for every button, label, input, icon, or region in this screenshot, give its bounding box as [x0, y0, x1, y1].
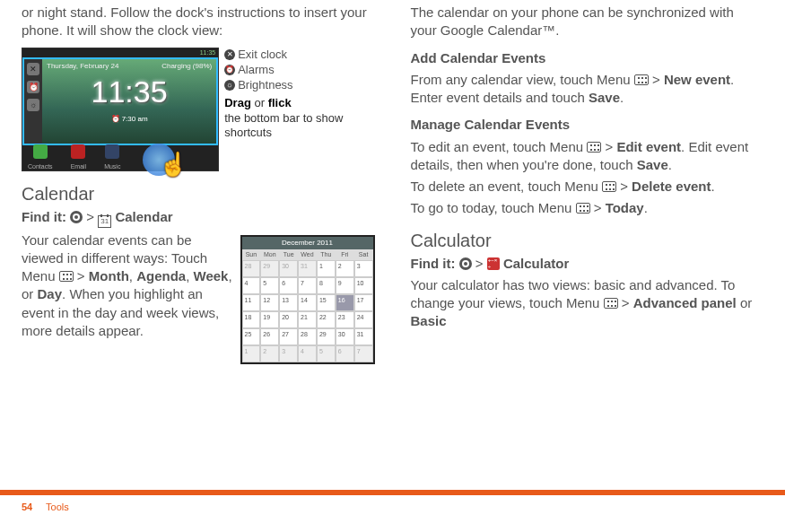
calendar-day-cell: 19: [260, 311, 279, 328]
drag-gesture-icon: ☝: [143, 136, 191, 176]
dow-cell: Sun: [242, 249, 261, 259]
shortcut-contacts[interactable]: Contacts: [28, 144, 53, 170]
menu-icon: [602, 181, 616, 192]
calendar-day-cell: 5: [260, 277, 279, 294]
calendar-day-cell: 2: [260, 345, 279, 362]
menu-icon: [576, 203, 590, 214]
delete-event-text: To delete an event, touch Menu > Delete …: [411, 178, 764, 196]
calendar-day-cell: 30: [336, 328, 354, 345]
calendar-day-cell: 14: [298, 294, 317, 311]
dow-cell: Fri: [336, 249, 354, 259]
intro-text: or night stand. Follow the dock's instru…: [22, 4, 375, 40]
calendar-day-cell: 20: [279, 311, 298, 328]
page-footer: 54 Tools: [0, 490, 785, 514]
dow-cell: Tue: [279, 249, 298, 259]
page-number: 54: [22, 501, 32, 512]
calendar-day-cell: 31: [354, 328, 373, 345]
calendar-day-cell: 5: [317, 345, 336, 362]
calendar-day-cell: 24: [354, 311, 373, 328]
clock-time: 11:35: [42, 72, 216, 113]
calendar-day-cell: 8: [317, 277, 336, 294]
brightness-legend-icon: ☼: [224, 80, 235, 91]
calendar-day-cell: 25: [242, 328, 261, 345]
sync-text: The calendar on your phone can be synchr…: [411, 4, 764, 40]
right-column: The calendar on your phone can be synchr…: [411, 0, 764, 368]
clock-legend: ✕Exit clock ⏰Alarms ☼Brightness Drag or …: [224, 48, 374, 141]
calendar-day-cell: 29: [260, 260, 279, 277]
dow-cell: Sat: [354, 249, 373, 259]
calendar-day-cell: 28: [298, 328, 317, 345]
calendar-day-cell: 15: [317, 294, 336, 311]
shortcut-email[interactable]: Email: [71, 144, 87, 170]
brightness-icon[interactable]: ☼: [27, 99, 39, 111]
menu-icon: [604, 298, 618, 309]
calendar-day-cell: 10: [354, 277, 373, 294]
calendar-day-cell: 7: [298, 277, 317, 294]
calendar-day-cell: 27: [279, 328, 298, 345]
calendar-day-cell: 28: [242, 260, 261, 277]
calendar-day-cell: 6: [279, 277, 298, 294]
calendar-day-cell: 1: [317, 260, 336, 277]
calendar-day-cell: 26: [260, 328, 279, 345]
calculator-heading: Calculator: [411, 229, 764, 253]
calendar-heading: Calendar: [22, 182, 375, 206]
exit-clock-icon[interactable]: ✕: [27, 63, 39, 75]
calendar-day-cell: 30: [279, 260, 298, 277]
calendar-day-cell: 21: [298, 311, 317, 328]
menu-icon: [634, 74, 649, 85]
clock-main: Thursday, February 24 Charging (98%) 11:…: [42, 57, 218, 145]
calendar-day-cell: 29: [317, 328, 336, 345]
calendar-day-cell: 31: [298, 260, 317, 277]
calculator-app-icon: [487, 257, 500, 270]
calendar-day-cell: 12: [260, 294, 279, 311]
exit-legend-icon: ✕: [224, 49, 235, 60]
calendar-day-cell: 3: [279, 345, 298, 362]
status-bar: 11:35: [22, 48, 218, 57]
calendar-month-header: December 2011: [242, 237, 373, 250]
calculator-text: Your calculator has two views: basic and…: [411, 276, 764, 331]
calendar-day-cell: 4: [298, 345, 317, 362]
calendar-app-icon: 31: [98, 215, 111, 228]
exit-legend-label: Exit clock: [238, 48, 287, 62]
shortcut-bar[interactable]: Contacts Email Music ☝: [22, 145, 218, 170]
calculator-findit: Find it: > Calculator: [411, 255, 764, 273]
calendar-day-cell: 4: [242, 277, 261, 294]
clock-charging: Charging (98%): [161, 62, 212, 72]
calendar-grid: 2829303112345678910111213141516171819202…: [242, 260, 373, 362]
shortcut-music[interactable]: Music: [104, 144, 120, 170]
dow-cell: Mon: [260, 249, 279, 259]
calendar-day-cell: 18: [242, 311, 261, 328]
alarms-icon[interactable]: ⏰: [27, 81, 39, 93]
calendar-day-cell: 6: [336, 345, 354, 362]
calendar-day-cell: 22: [317, 311, 336, 328]
left-column: or night stand. Follow the dock's instru…: [22, 0, 375, 368]
menu-icon: [59, 271, 74, 282]
dow-cell: Wed: [298, 249, 317, 259]
side-rail: ✕ ⏰ ☼: [22, 57, 42, 145]
calendar-day-cell: 11: [242, 294, 261, 311]
today-text: To go to today, touch Menu > Today.: [411, 199, 764, 217]
calendar-day-cell: 13: [279, 294, 298, 311]
edit-event-text: To edit an event, touch Menu > Edit even…: [411, 138, 764, 175]
calendar-day-cell: 17: [354, 294, 373, 311]
drag-legend: Drag or flick the bottom bar to show sho…: [224, 96, 374, 140]
footer-section: Tools: [46, 501, 69, 512]
clock-alarm: 7:30 am: [42, 115, 216, 125]
calendar-day-cell: 2: [336, 260, 354, 277]
calendar-day-cell: 9: [336, 277, 354, 294]
add-events-text: From any calendar view, touch Menu > New…: [411, 71, 764, 108]
calendar-day-cell: 7: [354, 345, 373, 362]
calendar-day-cell: 1: [242, 345, 261, 362]
alarm-legend-label: Alarms: [238, 63, 274, 77]
calendar-dow-row: SunMonTueWedThuFriSat: [242, 249, 373, 259]
launcher-icon: [70, 211, 83, 223]
manage-events-heading: Manage Calendar Events: [411, 116, 764, 134]
clock-figure-row: 11:35 ✕ ⏰ ☼ Thursday, February 24 Chargi…: [22, 48, 375, 171]
brightness-legend-label: Brightness: [238, 78, 292, 92]
calendar-day-cell: 3: [354, 260, 373, 277]
calendar-day-cell: 16: [336, 294, 354, 311]
clock-screenshot: 11:35 ✕ ⏰ ☼ Thursday, February 24 Chargi…: [22, 48, 219, 171]
calendar-screenshot: December 2011 SunMonTueWedThuFriSat 2829…: [240, 235, 375, 364]
status-time: 11:35: [200, 49, 216, 56]
dow-cell: Thu: [317, 249, 336, 259]
